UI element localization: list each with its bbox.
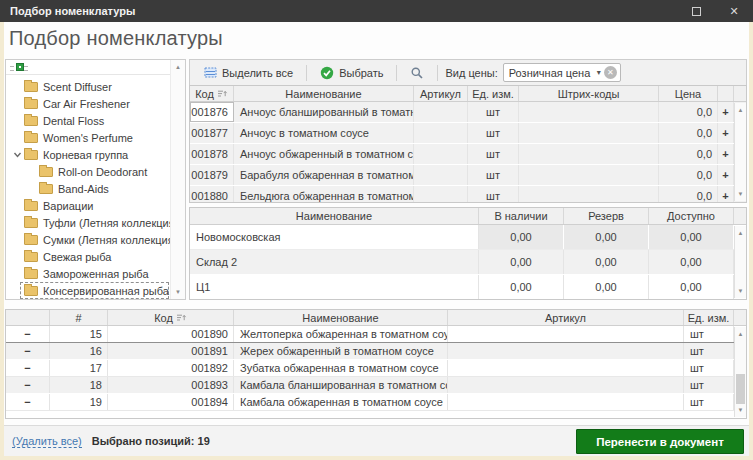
products-scrollbar[interactable]: ▲ ▼: [734, 103, 746, 201]
cell-article: [448, 343, 684, 359]
tree-item[interactable]: Корневая группа: [6, 146, 169, 163]
stock-scrollbar[interactable]: ▲ ▼: [734, 226, 746, 298]
scroll-down-icon[interactable]: ▼: [735, 188, 746, 200]
cell-minus[interactable]: −: [6, 326, 50, 342]
table-row[interactable]: 001880Бельдюга обжаренная в томатном соу…: [190, 186, 746, 202]
column-header-article[interactable]: Артикул: [414, 86, 468, 101]
chevron-down-icon[interactable]: [10, 150, 24, 159]
tree-item[interactable]: Вариации: [6, 197, 169, 214]
column-header-available[interactable]: Доступно: [649, 208, 734, 224]
select-all-button[interactable]: Выделить все: [198, 63, 299, 82]
column-header-code[interactable]: Код: [190, 86, 234, 101]
tree-item-label: Замороженная рыба: [43, 268, 149, 280]
tree-item[interactable]: Консервированная рыба: [20, 282, 169, 299]
column-header-in_stock[interactable]: В наличии: [479, 208, 564, 224]
search-button[interactable]: [404, 63, 430, 83]
products-table-body: 001876Анчоус бланшированный в томатном с…: [190, 102, 746, 202]
cell-minus[interactable]: −: [6, 360, 50, 376]
scroll-up-icon[interactable]: ▲: [735, 227, 746, 239]
cell-minus[interactable]: −: [6, 377, 50, 393]
sort-ascending-icon: [176, 313, 187, 322]
cell-num: 19: [50, 394, 108, 410]
column-header-barcodes[interactable]: Штрих-коды: [519, 86, 659, 101]
tree-item[interactable]: Сумки (Летняя коллекция): [6, 231, 169, 248]
price-type-select[interactable]: Розничная цена ▾ ✕: [503, 63, 621, 82]
tree-item[interactable]: Замороженная рыба: [6, 265, 169, 282]
column-header-name[interactable]: Наименование: [190, 208, 479, 224]
cell-plus[interactable]: +: [718, 165, 734, 185]
cell-plus[interactable]: +: [718, 186, 734, 202]
table-row[interactable]: −15001890Желтоперка обжаренная в томатно…: [6, 326, 746, 343]
scrollbar-thumb[interactable]: [736, 374, 745, 404]
scroll-up-icon[interactable]: ▲: [171, 61, 185, 73]
cell-minus[interactable]: −: [6, 394, 50, 410]
choose-button[interactable]: Выбрать: [314, 63, 389, 83]
chevron-down-icon[interactable]: ▾: [597, 68, 601, 77]
folder-icon: [24, 82, 38, 92]
column-header-article[interactable]: Артикул: [448, 310, 684, 325]
maximize-button[interactable]: [677, 0, 715, 22]
table-row[interactable]: −19001894Камбала обжаренная в томатном с…: [6, 394, 746, 411]
folder-icon: [39, 184, 53, 194]
tree-item[interactable]: Band-Aids: [6, 180, 169, 197]
table-row[interactable]: 001879Барабуля обжаренная в томатном соу…: [190, 165, 746, 186]
tree-item-label: Women's Perfume: [43, 132, 133, 144]
scroll-up-icon[interactable]: ▲: [735, 104, 746, 116]
column-header-unit[interactable]: Ед. изм.: [468, 86, 519, 101]
table-row[interactable]: 001877Анчоус в томатном соусешт0,0+: [190, 123, 746, 144]
folder-icon: [39, 167, 53, 177]
table-row[interactable]: 001878Анчоус обжаренный в томатном соусе…: [190, 144, 746, 165]
cell-plus[interactable]: +: [718, 144, 734, 164]
table-row[interactable]: Склад 20,000,000,00: [190, 250, 746, 275]
column-header-price[interactable]: Цена: [659, 86, 718, 101]
column-header-unit[interactable]: Ед. изм.: [684, 310, 734, 325]
selected-items-scrollbar[interactable]: ▲ ▼: [734, 327, 746, 417]
tree-item[interactable]: Dental Floss: [6, 112, 169, 129]
scroll-down-icon[interactable]: ▼: [735, 285, 746, 297]
table-row[interactable]: Ц10,000,000,00: [190, 275, 746, 300]
close-button[interactable]: ✕: [715, 0, 753, 22]
column-header-_plus[interactable]: [718, 86, 734, 101]
cell-plus[interactable]: +: [718, 102, 734, 122]
table-row[interactable]: −18001893Камбала бланшированная в томатн…: [6, 377, 746, 394]
column-header-name[interactable]: Наименование: [234, 86, 414, 101]
table-row[interactable]: Новомосковская0,000,000,00: [190, 225, 746, 250]
column-header-name[interactable]: Наименование: [234, 310, 448, 325]
cell-name: Новомосковская: [190, 225, 479, 249]
tree-item[interactable]: Roll-on Deodorant: [6, 163, 169, 180]
tree-item[interactable]: Свежая рыба: [6, 248, 169, 265]
transfer-to-document-button[interactable]: Перенести в документ: [576, 429, 744, 454]
folder-icon: [24, 269, 38, 279]
scroll-down-icon[interactable]: ▼: [735, 404, 746, 416]
table-row[interactable]: −17001892Зубатка обжаренная в томатном с…: [6, 360, 746, 377]
stock-table-header[interactable]: НаименованиеВ наличииРезервДоступно: [190, 208, 746, 225]
tree-item[interactable]: Car Air Freshener: [6, 95, 169, 112]
tree-item[interactable]: Women's Perfume: [6, 129, 169, 146]
column-header-reserve[interactable]: Резерв: [564, 208, 649, 224]
clear-icon[interactable]: ✕: [604, 66, 617, 79]
scroll-up-icon[interactable]: ▲: [735, 328, 746, 340]
table-row[interactable]: 001876Анчоус бланшированный в томатном с…: [190, 102, 746, 123]
table-row[interactable]: −16001891Жерех обжаренный в томатном соу…: [6, 343, 746, 360]
cell-minus[interactable]: −: [6, 343, 50, 359]
tree-column-header[interactable]: [6, 60, 185, 75]
cell-article: [414, 144, 468, 164]
products-table-header[interactable]: КодНаименованиеАртикулЕд. изм.Штрих-коды…: [190, 86, 746, 102]
cell-code: 001880: [190, 186, 234, 202]
footer-bar: (Удалить все) Выбрано позиций: 19 Перене…: [4, 425, 749, 456]
column-header-num[interactable]: #: [50, 310, 108, 325]
tree-item[interactable]: Scent Diffuser: [6, 78, 169, 95]
selected-items-header[interactable]: #КодНаименованиеАртикулЕд. изм.: [6, 310, 746, 326]
delete-all-link[interactable]: (Удалить все): [12, 435, 82, 448]
folder-icon: [24, 286, 38, 296]
cell-barcodes: [519, 123, 659, 143]
tree-item[interactable]: Туфли (Летняя коллекция): [6, 214, 169, 231]
cell-plus[interactable]: +: [718, 123, 734, 143]
column-header-code[interactable]: Код: [108, 310, 234, 325]
cell-article: [414, 165, 468, 185]
tree-scrollbar[interactable]: ▲ ▼: [170, 60, 185, 299]
scroll-down-icon[interactable]: ▼: [171, 286, 185, 298]
column-header-_minus[interactable]: [6, 310, 50, 325]
cell-price: 0,0: [659, 165, 718, 185]
cell-code: 001891: [108, 343, 234, 359]
